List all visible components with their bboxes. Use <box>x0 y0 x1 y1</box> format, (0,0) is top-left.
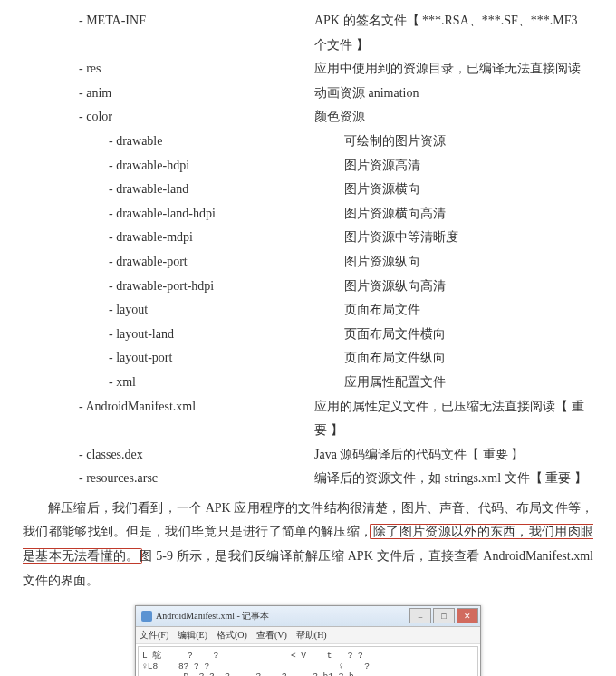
row-label: - resources.arsc <box>23 467 314 491</box>
row-label: - res <box>23 57 314 82</box>
row-desc: 图片资源横向高清 <box>344 202 593 227</box>
menu-item[interactable]: 查看(V) <box>256 629 287 642</box>
row-desc: 颜色资源 <box>314 105 593 130</box>
list-row: - AndroidManifest.xml应用的属性定义文件，已压缩无法直接阅读… <box>23 395 593 443</box>
list-row: - classes.dexJava 源码编译后的代码文件【 重要 】 <box>23 443 593 468</box>
window-title: AndroidManifest.xml - 记事本 <box>156 610 269 623</box>
menu-item[interactable]: 帮助(H) <box>296 629 327 642</box>
row-label: - drawable-land-hdpi <box>23 202 344 227</box>
list-row: - drawable可绘制的图片资源 <box>23 130 593 154</box>
list-row: - layout-port页面布局文件纵向 <box>23 346 593 371</box>
row-desc: 图片资源纵向 <box>344 250 593 275</box>
file-structure-list: - META-INFAPK 的签名文件【 ***.RSA、***.SF、***.… <box>23 9 593 491</box>
menu-item[interactable]: 编辑(E) <box>178 629 207 642</box>
row-desc: 图片资源横向 <box>344 178 593 202</box>
window-buttons: – □ ✕ <box>409 608 478 623</box>
list-row: - drawable-port图片资源纵向 <box>23 250 593 275</box>
row-desc: 页面布局文件横向 <box>344 323 593 347</box>
row-desc: 编译后的资源文件，如 strings.xml 文件【 重要 】 <box>314 467 593 491</box>
row-desc: APK 的签名文件【 ***.RSA、***.SF、***.MF3 个文件 】 <box>314 9 593 57</box>
row-label: - layout-port <box>23 346 344 371</box>
row-label: - anim <box>23 82 314 106</box>
row-desc: 动画资源 animation <box>314 82 593 106</box>
row-desc: 图片资源纵向高清 <box>344 275 593 299</box>
row-desc: 应用中使用到的资源目录，已编译无法直接阅读 <box>314 57 593 82</box>
minimize-button[interactable]: – <box>409 608 431 623</box>
row-desc: 应用的属性定义文件，已压缩无法直接阅读【 重要 】 <box>314 395 593 443</box>
row-label: - layout-land <box>23 323 344 347</box>
row-desc: Java 源码编译后的代码文件【 重要 】 <box>314 443 593 468</box>
close-button[interactable]: ✕ <box>457 608 478 623</box>
list-row: - anim动画资源 animation <box>23 82 593 106</box>
notepad-figure: AndroidManifest.xml - 记事本 – □ ✕ 文件(F)编辑(… <box>23 605 593 676</box>
row-label: - drawable-port <box>23 250 344 275</box>
menubar: 文件(F)编辑(E)格式(O)查看(V)帮助(H) <box>136 627 480 644</box>
notepad-icon <box>141 611 152 622</box>
row-label: - drawable-hdpi <box>23 154 344 179</box>
row-label: - color <box>23 105 314 130</box>
menu-item[interactable]: 文件(F) <box>140 629 168 642</box>
list-row: - xml应用属性配置文件 <box>23 371 593 395</box>
list-row: - drawable-land-hdpi图片资源横向高清 <box>23 202 593 227</box>
maximize-button[interactable]: □ <box>433 608 455 623</box>
row-label: - classes.dex <box>23 443 314 468</box>
menu-item[interactable]: 格式(O) <box>217 629 247 642</box>
editor-content[interactable]: L 鸵 ? ? < V t ? ? ♀L8 8? ? ? ♀ ? D ? 2 ?… <box>138 646 478 676</box>
row-label: - AndroidManifest.xml <box>23 395 314 443</box>
row-desc: 页面布局文件纵向 <box>344 346 593 371</box>
list-row: - drawable-mdpi图片资源中等清晰度 <box>23 226 593 250</box>
list-row: - META-INFAPK 的签名文件【 ***.RSA、***.SF、***.… <box>23 9 593 57</box>
row-label: - drawable-port-hdpi <box>23 275 344 299</box>
row-desc: 页面布局文件 <box>344 298 593 323</box>
row-desc: 图片资源高清 <box>344 154 593 179</box>
list-row: - drawable-hdpi图片资源高清 <box>23 154 593 179</box>
row-label: - drawable-land <box>23 178 344 202</box>
notepad-window: AndroidManifest.xml - 记事本 – □ ✕ 文件(F)编辑(… <box>135 605 481 676</box>
row-label: - drawable <box>23 130 344 154</box>
row-label: - drawable-mdpi <box>23 226 344 250</box>
row-desc: 可绘制的图片资源 <box>344 130 593 154</box>
row-desc: 应用属性配置文件 <box>344 371 593 395</box>
row-label: - META-INF <box>23 9 314 57</box>
list-row: - layout页面布局文件 <box>23 298 593 323</box>
row-label: - layout <box>23 298 344 323</box>
titlebar: AndroidManifest.xml - 记事本 – □ ✕ <box>136 606 480 627</box>
list-row: - color颜色资源 <box>23 105 593 130</box>
list-row: - resources.arsc编译后的资源文件，如 strings.xml 文… <box>23 467 593 491</box>
description-paragraph: 解压缩后，我们看到，一个 APK 应用程序的文件结构很清楚，图片、声音、代码、布… <box>23 497 593 593</box>
list-row: - res应用中使用到的资源目录，已编译无法直接阅读 <box>23 57 593 82</box>
row-desc: 图片资源中等清晰度 <box>344 226 593 250</box>
row-label: - xml <box>23 371 344 395</box>
list-row: - layout-land页面布局文件横向 <box>23 323 593 347</box>
list-row: - drawable-land图片资源横向 <box>23 178 593 202</box>
list-row: - drawable-port-hdpi图片资源纵向高清 <box>23 275 593 299</box>
